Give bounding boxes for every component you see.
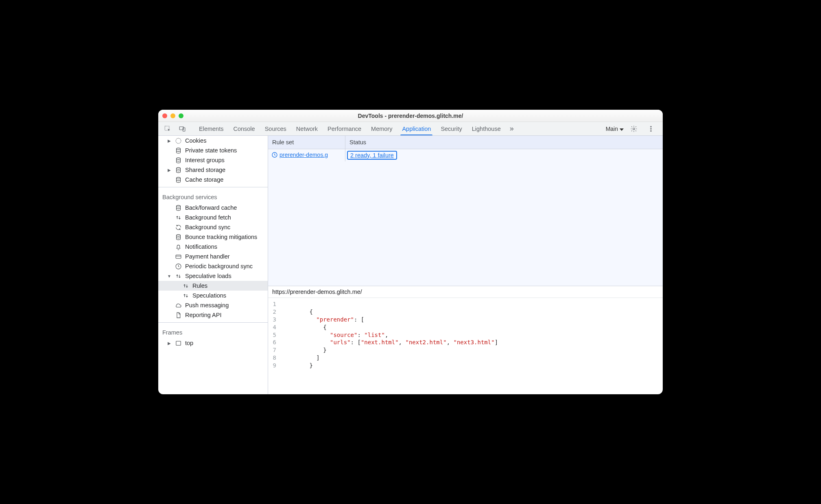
sync-icon xyxy=(175,224,182,231)
sidebar-item-label: Interest groups xyxy=(185,157,225,163)
sidebar-item-private-state-tokens[interactable]: Private state tokens xyxy=(158,146,268,155)
sidebar-item-background-fetch[interactable]: Background fetch xyxy=(158,213,268,222)
sidebar-item-top[interactable]: top xyxy=(158,338,268,348)
sidebar-item-periodic-background-sync[interactable]: Periodic background sync xyxy=(158,261,268,271)
sidebar-item-speculative-loads[interactable]: Speculative loads xyxy=(158,271,268,281)
svg-rect-14 xyxy=(176,255,181,259)
col-status[interactable]: Status xyxy=(345,136,663,149)
tab-lighthouse[interactable]: Lighthouse xyxy=(467,122,506,135)
cookie-icon xyxy=(175,137,182,144)
svg-point-8 xyxy=(176,148,180,150)
sidebar-item-label: Push messaging xyxy=(185,302,229,308)
more-tabs-icon[interactable]: » xyxy=(507,122,517,135)
updown-icon xyxy=(175,214,182,221)
updown-icon xyxy=(182,292,189,299)
ruleset-link[interactable]: prerender-demos.g xyxy=(279,152,328,158)
svg-point-9 xyxy=(176,158,180,159)
window-title: DevTools - prerender-demos.glitch.me/ xyxy=(158,113,663,119)
source-code[interactable]: 1 2 {3 "prerender": [4 {5 "source": "lis… xyxy=(268,298,663,372)
sidebar-item-label: Speculative loads xyxy=(185,273,231,279)
sidebar-item-cache-storage[interactable]: Cache storage xyxy=(158,175,268,185)
sidebar-item-label: Cookies xyxy=(185,137,206,144)
sidebar-item-label: Periodic background sync xyxy=(185,263,253,269)
sidebar-item-interest-groups[interactable]: Interest groups xyxy=(158,155,268,165)
svg-point-11 xyxy=(176,177,180,179)
target-selector[interactable]: Main xyxy=(606,126,624,132)
close-window-button[interactable] xyxy=(162,113,167,118)
db-icon xyxy=(175,233,182,241)
svg-point-12 xyxy=(176,205,180,207)
ruleset-grid-header: Rule set Status xyxy=(268,136,663,149)
tab-application[interactable]: Application xyxy=(397,122,436,135)
sidebar-item-reporting-api[interactable]: Reporting API xyxy=(158,310,268,320)
sidebar-item-cookies[interactable]: Cookies xyxy=(158,136,268,146)
traffic-lights xyxy=(162,113,183,118)
frame-icon xyxy=(175,339,182,347)
cloud-icon xyxy=(175,302,182,309)
sidebar-item-label: Bounce tracking mitigations xyxy=(185,234,257,240)
svg-point-4 xyxy=(651,126,651,127)
device-toolbar-icon[interactable] xyxy=(175,122,189,135)
clock-icon xyxy=(271,152,278,158)
settings-gear-icon[interactable] xyxy=(627,125,641,133)
svg-rect-2 xyxy=(183,128,185,131)
sidebar-item-label: Speculations xyxy=(192,292,226,299)
sidebar-item-payment-handler[interactable]: Payment handler xyxy=(158,252,268,261)
svg-rect-16 xyxy=(176,341,180,345)
source-url: https://prerender-demos.glitch.me/ xyxy=(268,286,663,298)
ruleset-status-link[interactable]: 2 ready, 1 failure xyxy=(347,151,397,160)
sidebar-item-label: Rules xyxy=(192,282,207,289)
sidebar-item-label: top xyxy=(185,340,193,346)
sidebar-item-label: Background fetch xyxy=(185,214,231,221)
ruleset-row[interactable]: prerender-demos.g 2 ready, 1 failure xyxy=(268,149,663,161)
sidebar-item-label: Shared storage xyxy=(185,167,225,173)
kebab-menu-icon[interactable] xyxy=(644,125,658,133)
sidebar-item-label: Cache storage xyxy=(185,176,223,183)
chevron-down-icon xyxy=(620,128,624,131)
sidebar-item-label: Notifications xyxy=(185,243,217,250)
col-ruleset[interactable]: Rule set xyxy=(268,136,345,149)
clock-icon xyxy=(175,263,182,270)
svg-point-13 xyxy=(176,235,180,236)
svg-point-10 xyxy=(176,167,180,169)
main-toolbar: ElementsConsoleSourcesNetworkPerformance… xyxy=(158,122,663,136)
svg-point-3 xyxy=(633,128,635,130)
zoom-window-button[interactable] xyxy=(179,113,183,118)
minimize-window-button[interactable] xyxy=(170,113,175,118)
sidebar-item-push-messaging[interactable]: Push messaging xyxy=(158,300,268,310)
sidebar-item-back-forward-cache[interactable]: Back/forward cache xyxy=(158,203,268,213)
svg-point-5 xyxy=(651,128,651,129)
sidebar-item-shared-storage[interactable]: Shared storage xyxy=(158,165,268,175)
db-icon xyxy=(175,156,182,164)
tab-sources[interactable]: Sources xyxy=(260,122,291,135)
bell-icon xyxy=(175,243,182,250)
sidebar-item-label: Back/forward cache xyxy=(185,204,237,211)
tab-performance[interactable]: Performance xyxy=(323,122,366,135)
db-icon xyxy=(175,204,182,211)
tab-memory[interactable]: Memory xyxy=(366,122,397,135)
db-icon xyxy=(175,166,182,174)
tab-console[interactable]: Console xyxy=(228,122,260,135)
application-sidebar: CookiesPrivate state tokensInterest grou… xyxy=(158,136,268,394)
sidebar-item-background-sync[interactable]: Background sync xyxy=(158,222,268,232)
updown-icon xyxy=(182,282,189,289)
tab-security[interactable]: Security xyxy=(436,122,467,135)
sidebar-item-label: Reporting API xyxy=(185,312,221,318)
file-icon xyxy=(175,311,182,319)
sidebar-item-speculations[interactable]: Speculations xyxy=(158,291,268,300)
frames-header: Frames xyxy=(158,325,268,338)
db-icon xyxy=(175,176,182,183)
svg-point-7 xyxy=(176,138,181,143)
db-icon xyxy=(175,147,182,154)
sidebar-item-label: Payment handler xyxy=(185,253,230,260)
bg-services-header: Background services xyxy=(158,190,268,203)
sidebar-item-label: Background sync xyxy=(185,224,230,230)
main-panel: Rule set Status prerender-demos.g 2 read… xyxy=(268,136,663,394)
inspect-element-icon[interactable] xyxy=(161,122,175,135)
tab-network[interactable]: Network xyxy=(291,122,323,135)
sidebar-item-notifications[interactable]: Notifications xyxy=(158,242,268,252)
card-icon xyxy=(175,253,182,260)
tab-elements[interactable]: Elements xyxy=(194,122,228,135)
sidebar-item-rules[interactable]: Rules xyxy=(158,281,268,291)
sidebar-item-bounce-tracking-mitigations[interactable]: Bounce tracking mitigations xyxy=(158,232,268,242)
